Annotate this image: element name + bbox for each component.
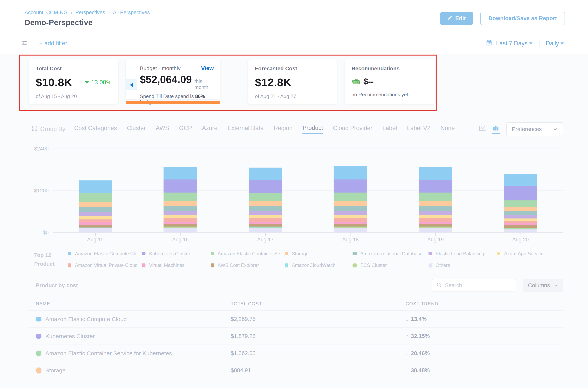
row-total-cost: $1,879.25 xyxy=(231,333,406,339)
table-title: Product by cost xyxy=(36,282,78,288)
legend-item[interactable]: Storage xyxy=(284,250,353,257)
group-by-tab-region[interactable]: Region xyxy=(274,125,292,134)
table-row[interactable]: Kubernetes Cluster$1,879.25↑32.15% xyxy=(29,328,564,345)
group-by-tab-label-v2[interactable]: Label V2 xyxy=(407,125,430,134)
bar-segment xyxy=(249,206,282,211)
bar-segment xyxy=(249,224,282,226)
legend-swatch xyxy=(210,263,215,268)
chart-y-tick-label: $1200 xyxy=(32,188,48,194)
total-cost-trend: 13.08% xyxy=(85,79,112,86)
legend-item[interactable]: Virtual Machines xyxy=(142,262,210,268)
legend-label: Amazon Elastic Compute Clo... xyxy=(75,251,142,256)
row-color-swatch xyxy=(36,334,42,339)
group-by-tab-none[interactable]: None xyxy=(440,125,455,134)
row-name-cell: Amazon Elastic Compute Cloud xyxy=(36,316,231,322)
legend-item[interactable]: Elastic Load Balancing xyxy=(428,250,496,257)
bar-segment xyxy=(334,218,367,222)
row-name: Storage xyxy=(45,367,66,374)
bar-segment xyxy=(334,228,367,232)
summary-cards-zone: Total Cost $10.8K 13.08% of Aug 15 - Aug… xyxy=(0,54,588,116)
legend-item[interactable]: Amazon Elastic Compute Clo... xyxy=(67,250,142,257)
group-by-tab-external-data[interactable]: External Data xyxy=(228,125,264,134)
bar-segment xyxy=(164,192,197,201)
table-row[interactable]: Amazon Elastic Container Service for Kub… xyxy=(29,345,564,362)
legend-item[interactable]: Azure App Service xyxy=(496,250,565,257)
granularity-dropdown[interactable]: Daily xyxy=(546,40,564,47)
search-input[interactable] xyxy=(445,282,512,288)
time-range-dropdown[interactable]: Last 7 Days xyxy=(496,40,533,47)
group-by-tab-gcp[interactable]: GCP xyxy=(179,125,192,134)
bar-chart-icon[interactable] xyxy=(492,124,500,134)
total-cost-value: $10.8K xyxy=(36,76,72,89)
legend-label: Azure App Service xyxy=(504,251,544,256)
stacked-bar-aug-20 xyxy=(504,174,537,232)
group-by-tab-label[interactable]: Label xyxy=(382,125,397,134)
breadcrumb-item[interactable]: Account: CCM-NG xyxy=(24,10,68,16)
chevron-down-icon xyxy=(554,283,558,288)
breadcrumb: Account: CCM-NG›Perspectives›All Perspec… xyxy=(24,10,150,16)
stacked-bar-aug-16 xyxy=(164,167,197,232)
chart-y-tick-label: $0 xyxy=(32,230,48,236)
chevron-down-icon xyxy=(553,127,558,132)
bar-segment xyxy=(419,180,452,192)
bar-segment xyxy=(164,201,197,206)
legend-swatch xyxy=(142,263,146,268)
legend-item[interactable]: Amazon Virtual Private Cloud xyxy=(67,262,142,268)
chart-x-tick xyxy=(436,233,436,236)
filter-settings-icon[interactable] xyxy=(22,40,28,47)
row-name: Amazon Elastic Compute Cloud xyxy=(45,316,127,322)
legend-item[interactable]: Amazon Relational Database ... xyxy=(352,250,428,257)
group-by-tab-cloud-provider[interactable]: Cloud Provider xyxy=(333,125,372,134)
chart-x-tick-label: Aug 16 xyxy=(138,237,223,243)
table-row[interactable]: Storage$884.91↓38.48% xyxy=(29,362,564,379)
bar-segment xyxy=(334,206,367,211)
legend-label: Kubernetes Cluster xyxy=(149,251,190,256)
trend-down-icon xyxy=(85,81,89,84)
chart-x-tick xyxy=(95,233,96,236)
legend-item[interactable]: AmazonCloudWatch xyxy=(284,262,353,268)
legend-item[interactable]: AWS Cost Explorer xyxy=(210,262,284,268)
calendar-icon xyxy=(486,40,492,48)
chart-y-tick-label: $2400 xyxy=(32,146,48,152)
bar-segment xyxy=(504,230,537,232)
forecast-period: of Aug 21 - Aug 27 xyxy=(255,94,330,99)
legend-swatch xyxy=(284,263,289,268)
add-filter-button[interactable]: + add filter xyxy=(39,40,67,47)
carousel-prev-button[interactable] xyxy=(126,79,137,90)
trend-value: 38.48% xyxy=(411,367,430,374)
legend-swatch xyxy=(428,263,432,268)
legend-item[interactable]: Others xyxy=(428,262,496,268)
breadcrumb-item[interactable]: All Perspectives xyxy=(113,10,150,16)
search-box xyxy=(432,279,516,292)
columns-dropdown[interactable]: Columns xyxy=(523,279,564,292)
line-chart-icon[interactable] xyxy=(479,125,486,133)
bar-segment xyxy=(334,211,367,215)
table-row[interactable]: Amazon Elastic Compute Cloud$2,269.75↓13… xyxy=(29,311,564,328)
group-by-tab-product[interactable]: Product xyxy=(302,124,323,134)
download-save-report-button[interactable]: Download/Save as Report xyxy=(480,12,565,25)
legend-label: Amazon Relational Database ... xyxy=(360,251,428,256)
edit-button[interactable]: Edit xyxy=(440,12,473,25)
forecast-value: $12.8K xyxy=(255,76,330,89)
chart-x-tick xyxy=(520,233,521,236)
group-by-tab-azure[interactable]: Azure xyxy=(202,125,218,134)
divider: | xyxy=(538,40,540,47)
chevron-down-icon xyxy=(560,42,564,44)
stacked-bar-chart: $0$1200$2400 xyxy=(32,149,563,232)
legend-item[interactable]: ECS Cluster xyxy=(352,262,428,268)
group-by-tab-aws[interactable]: AWS xyxy=(156,125,169,134)
group-by-tab-cost-categories[interactable]: Cost Categories xyxy=(74,125,117,134)
preferences-dropdown[interactable]: Preferences xyxy=(506,122,563,136)
bar-segment xyxy=(78,216,112,220)
legend-swatch xyxy=(284,251,289,256)
bar-segment xyxy=(504,200,537,208)
legend-item[interactable]: Amazon Elastic Container Se... xyxy=(210,250,284,257)
breadcrumb-item[interactable]: Perspectives xyxy=(75,10,105,16)
bar-segment xyxy=(78,222,112,225)
bar-segment xyxy=(419,201,452,206)
budget-view-link[interactable]: View xyxy=(201,65,214,72)
legend-item[interactable]: Kubernetes Cluster xyxy=(142,250,210,257)
page-header: Account: CCM-NG›Perspectives›All Perspec… xyxy=(0,0,588,33)
group-by-tab-cluster[interactable]: Cluster xyxy=(127,125,146,134)
chart-x-tick xyxy=(265,233,266,236)
